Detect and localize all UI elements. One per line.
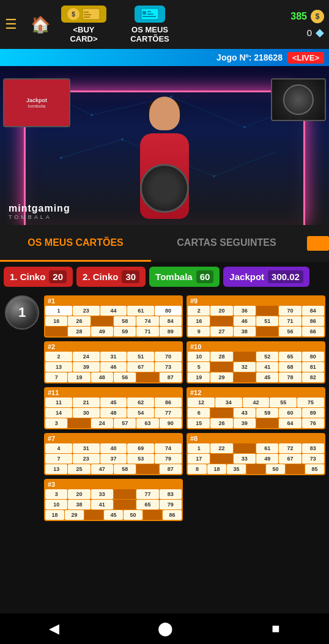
- card-row: 1929457882: [188, 372, 324, 382]
- card-cell: 72: [279, 443, 301, 453]
- card-cell: 24: [91, 418, 113, 428]
- card-cell: 51: [127, 352, 154, 361]
- card-icon: [82, 8, 100, 20]
- tombala-label: Tombala: [155, 272, 193, 282]
- card-cell: 10: [45, 500, 67, 509]
- card-header: #2: [45, 342, 182, 351]
- card-cell: 11: [45, 398, 72, 407]
- card-row: 1038416579: [45, 500, 182, 509]
- my-cards-button[interactable]: OS MEUSCARTÕES: [116, 6, 183, 43]
- card-cell: 1: [45, 306, 72, 316]
- card-cell: 67: [279, 454, 301, 464]
- tab-next-cards[interactable]: CARTAS SEGUINTES: [151, 225, 302, 262]
- ball-column: 1: [4, 295, 40, 521]
- card-cell: 43: [234, 408, 256, 418]
- card-cell: 58: [114, 316, 136, 326]
- card-cell: 65: [136, 500, 158, 509]
- balance-value: 385: [290, 11, 307, 22]
- bingo-card: #332033778310384165791829455086: [44, 479, 183, 521]
- recent-button[interactable]: ■: [272, 621, 279, 637]
- cinko2-value: 30: [122, 270, 139, 283]
- card-cell: 80: [302, 352, 324, 361]
- tombala-value: 60: [196, 270, 214, 283]
- card-cell: [68, 418, 90, 428]
- tab-my-cards[interactable]: OS MEUS CARTÕES: [0, 225, 151, 262]
- card-cell: 54: [127, 408, 154, 418]
- card-cell: 23: [73, 306, 100, 316]
- card-cell: [234, 443, 256, 453]
- card-cell: 84: [160, 316, 182, 326]
- card-cell: 67: [127, 362, 154, 372]
- tab-indicator: [307, 236, 329, 251]
- card-cell: 61: [256, 443, 278, 453]
- card-row: 1121456286: [45, 398, 182, 407]
- buy-card-button[interactable]: $ <BUYCARD>: [56, 6, 111, 43]
- card-number-grid: 2243151701339466773719485687: [45, 352, 182, 382]
- bingo-card: #74314069747233753791325475887: [44, 433, 183, 475]
- back-button[interactable]: ◀: [49, 621, 59, 637]
- game-info-bar: Jogo Nº: 218628 <LIVE>: [0, 49, 329, 66]
- svg-rect-5: [142, 11, 146, 15]
- card-number-grid: 12344618016265874842849597189: [45, 306, 182, 336]
- card-cell: [114, 500, 136, 509]
- card-row: 1430485477: [45, 408, 182, 418]
- card-row: 1526396476: [188, 418, 324, 428]
- svg-rect-8: [142, 16, 156, 17]
- card-cell: 29: [210, 372, 232, 382]
- card-cell: 2: [45, 352, 72, 361]
- balance-coin-icon: $: [311, 10, 324, 23]
- cinko1-score: 1. Cinko 20: [4, 267, 73, 287]
- buy-card-label: <BUYCARD>: [70, 25, 97, 43]
- card-cell: 16: [188, 316, 210, 326]
- card-cell: [210, 362, 232, 372]
- bingo-card: #81226172831733496773818355085: [187, 433, 325, 475]
- card-cell: [136, 464, 158, 474]
- card-cell: 86: [302, 316, 324, 326]
- card-cell: 30: [73, 408, 100, 418]
- card-cell: 13: [45, 362, 72, 372]
- card-row: 532416881: [188, 362, 324, 372]
- card-cell: 60: [279, 408, 301, 418]
- card-cell: 50: [266, 464, 285, 474]
- card-cell: 75: [297, 398, 324, 407]
- card-cell: 79: [155, 454, 182, 464]
- card-cell: 10: [188, 352, 210, 361]
- card-row: 1646517186: [188, 316, 324, 326]
- card-cell: 42: [243, 398, 270, 407]
- card-cell: 49: [256, 454, 278, 464]
- home-button[interactable]: ⬤: [158, 621, 173, 637]
- card-cell: 44: [100, 306, 127, 316]
- card-header: #10: [188, 342, 324, 351]
- tabs-row: OS MEUS CARTÕES CARTAS SEGUINTES: [0, 225, 329, 262]
- cards-icon: [141, 8, 159, 20]
- menu-icon[interactable]: ☰: [5, 17, 24, 32]
- main-content: 1 #112344618016265874842849597189#922036…: [0, 292, 329, 525]
- card-cell: 71: [136, 327, 158, 336]
- game-number: Jogo Nº: 218628: [216, 53, 283, 62]
- card-cell: 45: [256, 372, 278, 382]
- card-cell: 40: [100, 443, 127, 453]
- card-cell: 32: [234, 362, 256, 372]
- card-cell: 18: [45, 510, 64, 520]
- card-cell: 38: [234, 327, 256, 336]
- card-cell: 41: [256, 362, 278, 372]
- card-cell: 39: [73, 362, 100, 372]
- card-cell: 45: [104, 510, 123, 520]
- home-icon[interactable]: 🏠: [29, 15, 51, 34]
- card-row: 431406974: [45, 443, 182, 453]
- card-cell: 63: [136, 418, 158, 428]
- card-cell: 73: [302, 454, 324, 464]
- diamond-value: 0: [307, 28, 312, 38]
- card-cell: 33: [234, 454, 256, 464]
- card-header: #8: [188, 434, 324, 443]
- card-cell: 77: [155, 408, 182, 418]
- card-cell: 7: [45, 372, 67, 382]
- cards-grid: #112344618016265874842849597189#92203670…: [44, 295, 325, 521]
- card-cell: 23: [73, 454, 100, 464]
- card-cell: [114, 489, 136, 499]
- card-cell: 19: [188, 372, 210, 382]
- card-cell: 25: [68, 464, 90, 474]
- card-cell: 1: [188, 443, 210, 453]
- card-cell: 64: [279, 418, 301, 428]
- card-cell: 89: [160, 327, 182, 336]
